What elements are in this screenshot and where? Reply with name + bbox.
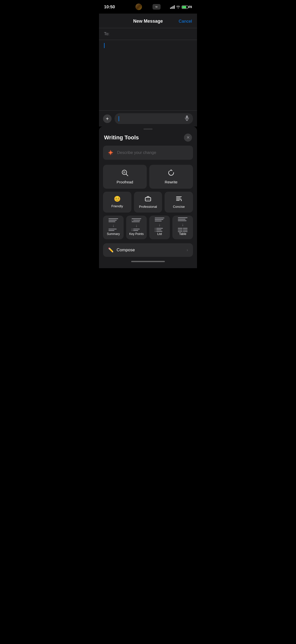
key-points-button[interactable]: ↓ Key Points xyxy=(126,216,147,239)
proofread-icon xyxy=(121,169,128,178)
appletv-icon: tv xyxy=(153,4,161,10)
table-label: Table xyxy=(179,232,186,236)
microphone-icon[interactable] xyxy=(185,115,189,122)
concise-icon xyxy=(176,196,182,203)
list-button[interactable]: ↓ List xyxy=(149,216,170,239)
to-label: To: xyxy=(104,32,109,36)
professional-label: Professional xyxy=(139,205,157,209)
compose-label: Compose xyxy=(117,248,135,253)
svg-point-10 xyxy=(169,170,174,175)
rewrite-icon xyxy=(168,169,175,178)
dynamic-island-photo xyxy=(135,4,142,10)
battery-indicator: 78 xyxy=(182,5,192,9)
tone-tools-grid: 😊 Friendly Professional xyxy=(99,192,197,216)
compose-button[interactable]: ✏️ Compose › xyxy=(103,243,193,257)
describe-placeholder-text: Describe your change xyxy=(117,150,156,155)
proofread-label: Proofread xyxy=(117,180,133,184)
plus-icon: + xyxy=(106,116,109,121)
briefcase-icon xyxy=(145,196,151,203)
professional-button[interactable]: Professional xyxy=(134,192,162,213)
home-bar xyxy=(131,261,165,262)
battery-percent: 78 xyxy=(189,5,192,9)
proofread-button[interactable]: Proofread xyxy=(103,165,147,189)
input-cursor xyxy=(119,116,119,121)
table-icon: ↓ xyxy=(177,219,188,230)
ai-icon xyxy=(107,149,114,156)
summary-icon: ↓ xyxy=(108,219,119,230)
close-writing-tools-button[interactable]: ✕ xyxy=(184,134,192,142)
compose-button-left: ✏️ Compose xyxy=(108,247,135,253)
to-field[interactable]: To: xyxy=(99,28,197,40)
friendly-icon: 😊 xyxy=(114,196,121,202)
wifi-icon xyxy=(176,5,180,9)
writing-tools-panel: Writing Tools ✕ Describe your change xyxy=(99,127,197,268)
summary-label: Summary xyxy=(107,232,120,236)
list-label: List xyxy=(157,232,162,236)
summary-button[interactable]: ↓ Summary xyxy=(103,216,124,239)
input-toolbar: + xyxy=(99,110,197,127)
rewrite-button[interactable]: Rewrite xyxy=(149,165,193,189)
friendly-label: Friendly xyxy=(111,204,123,208)
svg-line-6 xyxy=(126,174,128,176)
message-input-field[interactable] xyxy=(115,113,193,124)
cancel-button[interactable]: Cancel xyxy=(179,19,192,24)
list-icon: ↓ xyxy=(154,219,165,230)
status-right: 78 xyxy=(170,5,192,9)
compose-title: New Message xyxy=(133,19,163,24)
close-icon: ✕ xyxy=(186,136,190,140)
status-time: 10:50 xyxy=(104,5,115,10)
table-button[interactable]: ↓ Table xyxy=(172,216,193,239)
describe-change-input[interactable]: Describe your change xyxy=(103,146,193,160)
svg-point-4 xyxy=(110,152,111,153)
writing-tools-title: Writing Tools xyxy=(104,134,139,141)
message-body[interactable] xyxy=(99,40,197,110)
text-cursor xyxy=(104,43,105,48)
key-points-icon: ↓ xyxy=(131,219,142,230)
concise-button[interactable]: Concise xyxy=(165,192,193,213)
svg-marker-17 xyxy=(181,200,182,201)
dynamic-island: tv xyxy=(133,3,163,11)
compose-header: New Message Cancel xyxy=(99,14,197,28)
panel-handle xyxy=(143,129,153,130)
add-attachment-button[interactable]: + xyxy=(103,114,112,123)
chevron-right-icon: › xyxy=(187,248,188,252)
home-indicator xyxy=(99,259,197,263)
svg-rect-0 xyxy=(186,115,188,119)
format-tools-grid: ↓ Summary ↓ xyxy=(99,216,197,242)
signal-bars-icon xyxy=(170,5,175,9)
key-points-label: Key Points xyxy=(129,232,143,236)
rewrite-label: Rewrite xyxy=(165,180,178,184)
panel-header: Writing Tools ✕ xyxy=(99,134,197,146)
battery-fill xyxy=(182,6,186,8)
main-tools-grid: Proofread Rewrite xyxy=(99,165,197,192)
battery-body xyxy=(182,6,188,9)
concise-label: Concise xyxy=(173,205,185,209)
friendly-button[interactable]: 😊 Friendly xyxy=(103,192,131,213)
pencil-icon: ✏️ xyxy=(108,247,114,253)
